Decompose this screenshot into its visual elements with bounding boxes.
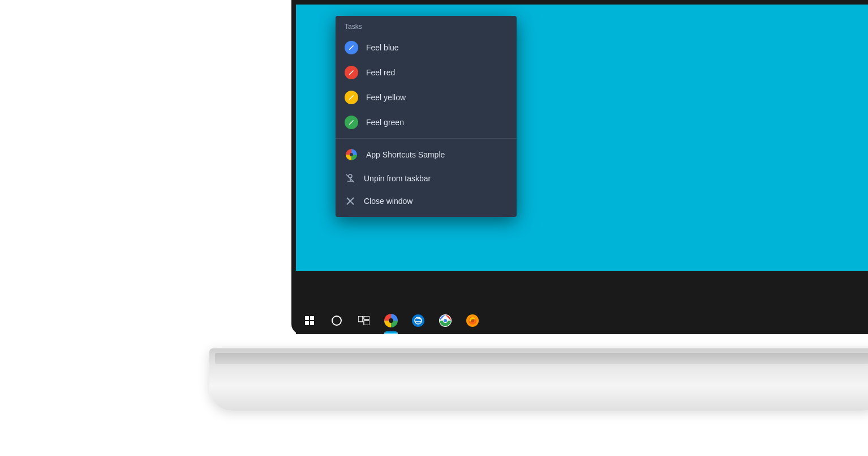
close-window-label: Close window bbox=[364, 197, 412, 206]
chrome-icon bbox=[439, 314, 452, 327]
unpin-label: Unpin from taskbar bbox=[364, 174, 431, 183]
feel-red-label: Feel red bbox=[366, 68, 395, 77]
svg-rect-8 bbox=[358, 316, 363, 322]
active-indicator bbox=[384, 333, 398, 334]
svg-point-18 bbox=[471, 319, 474, 322]
taskbar-chrome-button[interactable] bbox=[432, 307, 459, 334]
feel-blue-icon bbox=[345, 41, 358, 54]
close-x-icon bbox=[345, 195, 356, 207]
feel-blue-label: Feel blue bbox=[366, 43, 399, 52]
menu-item-feel-green[interactable]: Feel green bbox=[336, 110, 517, 135]
taskbar-taskview-button[interactable] bbox=[350, 307, 377, 334]
pencil-red-icon bbox=[348, 69, 355, 76]
menu-item-app-shortcuts[interactable]: App Shortcuts Sample bbox=[336, 142, 517, 167]
laptop-base bbox=[209, 348, 868, 411]
taskbar-cortana-button[interactable] bbox=[323, 307, 350, 334]
menu-item-close[interactable]: Close window bbox=[336, 190, 517, 212]
menu-item-unpin[interactable]: Unpin from taskbar bbox=[336, 167, 517, 190]
svg-rect-9 bbox=[364, 316, 369, 319]
menu-section-label: Tasks bbox=[336, 20, 517, 35]
laptop-hinge bbox=[215, 353, 868, 364]
taskbar-pinwheel-icon bbox=[383, 313, 399, 329]
app-shortcuts-label: App Shortcuts Sample bbox=[366, 150, 445, 159]
svg-point-11 bbox=[389, 318, 393, 323]
menu-item-feel-red[interactable]: Feel red bbox=[336, 60, 517, 85]
pencil-yellow-icon bbox=[348, 94, 355, 101]
taskview-icon bbox=[358, 316, 369, 325]
feel-yellow-icon bbox=[345, 91, 358, 104]
svg-point-15 bbox=[444, 319, 447, 322]
svg-point-1 bbox=[350, 153, 353, 156]
feel-green-label: Feel green bbox=[366, 118, 404, 127]
pencil-green-icon bbox=[348, 119, 355, 126]
taskbar-edge-button[interactable] bbox=[405, 307, 432, 334]
feel-green-icon bbox=[345, 116, 358, 129]
feel-yellow-label: Feel yellow bbox=[366, 93, 406, 102]
unpin-icon bbox=[345, 173, 356, 184]
pencil-icon bbox=[348, 44, 355, 51]
edge-icon bbox=[411, 314, 425, 327]
taskbar-start-button[interactable] bbox=[296, 307, 323, 334]
context-menu: Tasks Feel blue Feel red bbox=[336, 16, 517, 217]
screen-bezel: Tasks Feel blue Feel red bbox=[291, 0, 868, 334]
menu-separator bbox=[336, 138, 517, 139]
windows-icon bbox=[305, 316, 314, 325]
firefox-icon bbox=[466, 314, 479, 327]
menu-item-feel-blue[interactable]: Feel blue bbox=[336, 35, 517, 60]
svg-rect-10 bbox=[364, 321, 369, 325]
feel-red-icon bbox=[345, 66, 358, 79]
taskbar-firefox-button[interactable] bbox=[459, 307, 486, 334]
taskbar bbox=[296, 307, 868, 334]
pinwheel-icon bbox=[345, 148, 358, 161]
taskbar-app-shortcuts[interactable] bbox=[377, 307, 405, 334]
menu-item-feel-yellow[interactable]: Feel yellow bbox=[336, 85, 517, 110]
cortana-icon bbox=[332, 316, 342, 326]
screen-content: Tasks Feel blue Feel red bbox=[296, 5, 868, 271]
svg-point-12 bbox=[412, 314, 424, 327]
